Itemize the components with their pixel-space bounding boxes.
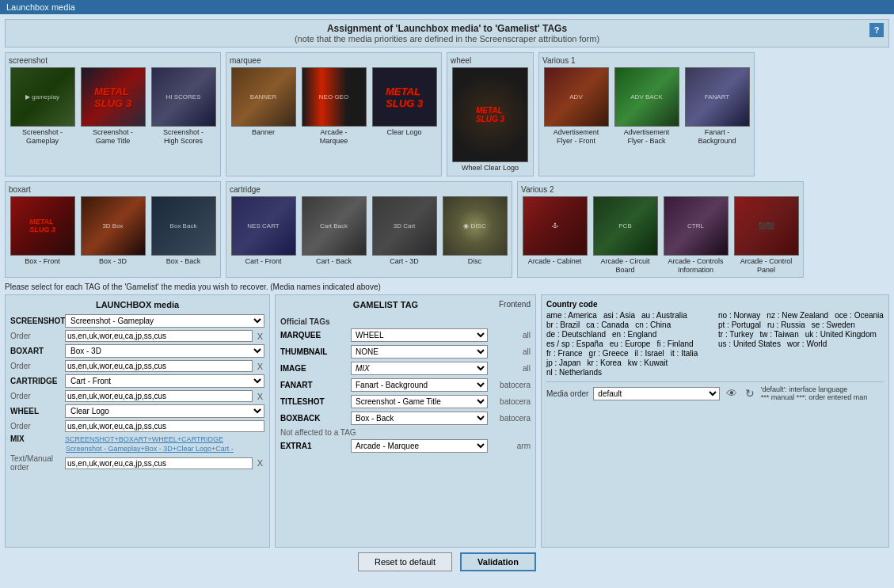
disc-caption: Disc [468,257,482,266]
country-tw: tw : Taiwan [759,330,798,339]
banner-thumb: BANNER [231,67,296,127]
cartridge-order-row: Order X [10,390,264,402]
country-ru: ru : Russia [767,321,805,329]
title-bar: Launchbox media [0,0,894,14]
wheel-row: WHEEL Clear Logo Wheel Clear Logo [10,404,264,418]
thumbnail-gl-select[interactable]: NONE [351,345,488,358]
boxart-select[interactable]: Box - Front Box - 3D Box - Back [65,344,264,358]
cartridge-order-input[interactable] [65,390,253,402]
clear-logo-thumb: METALSLUG 3 [372,67,437,127]
control-panel-caption: Arcade - ControlPanel [740,257,793,275]
screenshot-title-item: METALSLUG 3 Screenshot -Game Title [79,67,146,146]
adv-front-item: ADV AdvertisementFlyer - Front [542,67,610,146]
boxback-gl-label: BOXBACK [280,414,348,423]
disc-item: ◉ DISC Disc [441,196,508,266]
country-cn: cn : China [635,321,671,329]
titleshot-gl-select[interactable]: Screenshot - Game Title [351,395,488,408]
eye-icon-button[interactable]: 👁 [725,387,739,400]
screenshot-order-clear[interactable]: X [256,332,264,341]
various2-section: Various 2 🕹 Arcade - Cabinet PCB Arcade … [517,181,804,279]
wheel-thumb: METALSLUG 3 [452,67,528,162]
country-grid-right: no : Norway nz : New Zealand oce : Ocean… [718,311,884,348]
thumbnail-gl-row: THUMBNAIL NONE all [280,345,531,358]
country-de: de : Deutschland [546,330,606,339]
box-front-item: METALSLUG 3 Box - Front [9,196,76,266]
image-gl-label: IMAGE [280,364,348,373]
country-nz: nz : New Zealand [767,311,828,320]
adv-front-thumb: ADV [544,67,609,127]
mix-textorder-clear[interactable]: X [256,458,264,468]
arcade-cab-thumb: 🕹 [523,196,588,256]
validate-button[interactable]: Validation [460,552,536,571]
media-order-select[interactable]: default [593,387,719,400]
cartridge-section: cartridge NES CART Cart - Front Cart Bac… [226,181,512,279]
thumbnail-gl-label: THUMBNAIL [280,347,348,356]
marquee-gl-tag: all [491,331,531,340]
screenshot-title-caption: Screenshot -Game Title [93,128,133,146]
screenshot-order-input[interactable] [65,330,253,342]
country-en: en : England [612,330,656,339]
various1-section: Various 1 ADV AdvertisementFlyer - Front… [538,52,755,176]
country-right-col: no : Norway nz : New Zealand oce : Ocean… [718,300,884,377]
country-au: au : Australia [641,311,687,320]
refresh-icon-button[interactable]: ↻ [744,387,756,400]
cartridge-order-clear[interactable]: X [256,392,264,401]
note-line1: 'default': interface language [761,385,884,393]
disc-thumb: ◉ DISC [443,196,508,256]
arcade-cab-item: 🕹 Arcade - Cabinet [521,196,588,275]
marquee-gl-select[interactable]: WHEEL [351,328,488,342]
image-gl-select[interactable]: MIX [351,362,488,375]
boxart-order-clear[interactable]: X [256,362,264,371]
country-oce: oce : Oceania [835,311,884,320]
media-order-row: Media order default 👁 ↻ 'default': inter… [546,381,884,401]
various2-label: Various 2 [521,185,800,194]
controls-info-thumb: CTRL [664,196,729,256]
fanart-gl-select[interactable]: Fanart - Background [351,378,488,392]
adv-front-caption: AdvertisementFlyer - Front [554,128,599,146]
screenshot-gameplay-caption: Screenshot -Gameplay [22,128,63,146]
screenshot-gameplay-item: ▶ gameplay Screenshot -Gameplay [9,67,76,146]
wheel-order-row: Order [10,420,264,432]
bottom-note: Please select for each TAG of the 'Gamel… [5,283,889,291]
circuit-item: PCB Arcade - CircuitBoard [592,196,659,275]
titleshot-gl-row: TITLESHOT Screenshot - Game Title batoce… [280,395,531,408]
cart-front-thumb: NES CART [231,196,296,256]
cartridge-select[interactable]: Cart - Front Cart - Back Cart - 3D [65,374,264,388]
wheel-order-input[interactable] [65,420,264,432]
boxart-order-input[interactable] [65,360,253,372]
wheel-select[interactable]: Clear Logo Wheel Clear Logo [65,404,264,418]
boxart-order-label: Order [10,362,62,370]
fanart-gl-row: FANART Fanart - Background batocera [280,378,531,392]
note-line2: *** manual ***: order entered man [761,393,884,401]
image-gl-row: IMAGE MIX all [280,362,531,375]
wheel-label: wheel [451,56,530,65]
various2-items: 🕹 Arcade - Cabinet PCB Arcade - CircuitB… [521,196,800,275]
help-button[interactable]: ? [869,23,884,37]
country-left: Country code ame : America asi : Asia au… [546,300,712,377]
box-3d-item: 3D Box Box - 3D [79,196,146,266]
wheel-tag-label: WHEEL [10,407,62,415]
country-ca: ca : Canada [586,321,629,329]
screenshot-row: SCREENSHOT Screenshot - Gameplay Screens… [10,314,264,328]
country-fr: fr : France [546,349,583,358]
box-front-thumb: METALSLUG 3 [10,196,75,256]
reset-button[interactable]: Reset to default [358,552,452,571]
screenshot-tag-label: SCREENSHOT [10,317,62,325]
screenshot-select[interactable]: Screenshot - Gameplay Screenshot - Game … [65,314,264,328]
screenshot-section: screenshot ▶ gameplay Screenshot -Gamepl… [5,52,221,176]
screenshot-order-row: Order X [10,330,264,342]
mix-textorder-input[interactable] [65,457,253,469]
control-panel-item: ⬛⬛ Arcade - ControlPanel [732,196,800,275]
mix-tags-link[interactable]: SCREENSHOT+BOXART+WHEEL+CARTRIDGE [65,435,223,443]
mix-values[interactable]: Screenshot - Gameplay+Box - 3D+Clear Log… [66,445,264,453]
arcade-marquee-thumb: NEO·GEO [302,67,367,127]
fanart-caption: Fanart -Background [698,128,736,146]
country-us: us : United States [718,340,781,348]
screenshot-order-label: Order [10,332,62,340]
screenshot-items: ▶ gameplay Screenshot -Gameplay METALSLU… [9,67,217,146]
fanart-gl-tag: batocera [491,381,531,389]
extra1-gl-select[interactable]: Arcade - Marquee [351,439,488,453]
extra1-gl-tag: arm [491,442,531,450]
boxback-gl-select[interactable]: Box - Back [351,412,488,425]
country-kr: kr : Korea [587,358,621,367]
